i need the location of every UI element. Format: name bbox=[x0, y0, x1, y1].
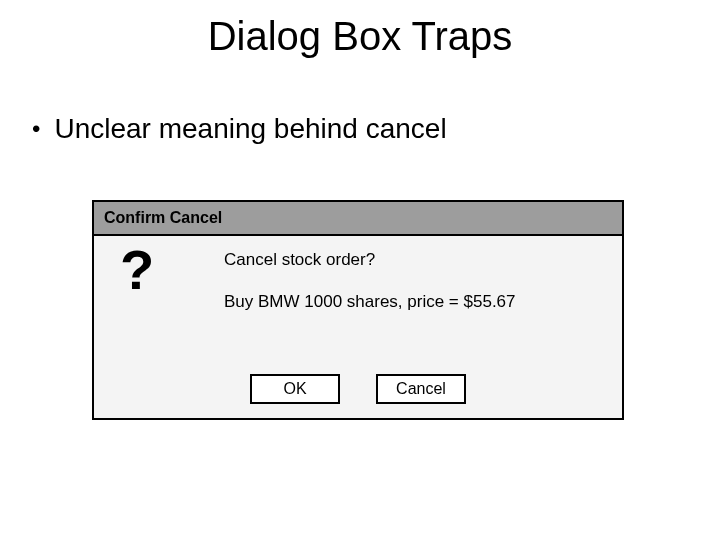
bullet-text: Unclear meaning behind cancel bbox=[54, 112, 446, 146]
bullet-item: • Unclear meaning behind cancel bbox=[32, 112, 447, 146]
dialog-body: ? Cancel stock order? Buy BMW 1000 share… bbox=[94, 236, 622, 418]
dialog-message-secondary: Buy BMW 1000 shares, price = $55.67 bbox=[224, 292, 516, 312]
question-icon: ? bbox=[120, 242, 154, 298]
dialog-titlebar: Confirm Cancel bbox=[94, 202, 622, 236]
dialog-button-row: OK Cancel bbox=[94, 374, 622, 404]
slide: Dialog Box Traps • Unclear meaning behin… bbox=[0, 0, 720, 540]
ok-button[interactable]: OK bbox=[250, 374, 340, 404]
dialog-title-text: Confirm Cancel bbox=[104, 209, 222, 227]
bullet-marker: • bbox=[32, 112, 40, 146]
dialog-message-primary: Cancel stock order? bbox=[224, 250, 375, 270]
cancel-button[interactable]: Cancel bbox=[376, 374, 466, 404]
confirm-dialog: Confirm Cancel ? Cancel stock order? Buy… bbox=[92, 200, 624, 420]
slide-title: Dialog Box Traps bbox=[0, 14, 720, 59]
